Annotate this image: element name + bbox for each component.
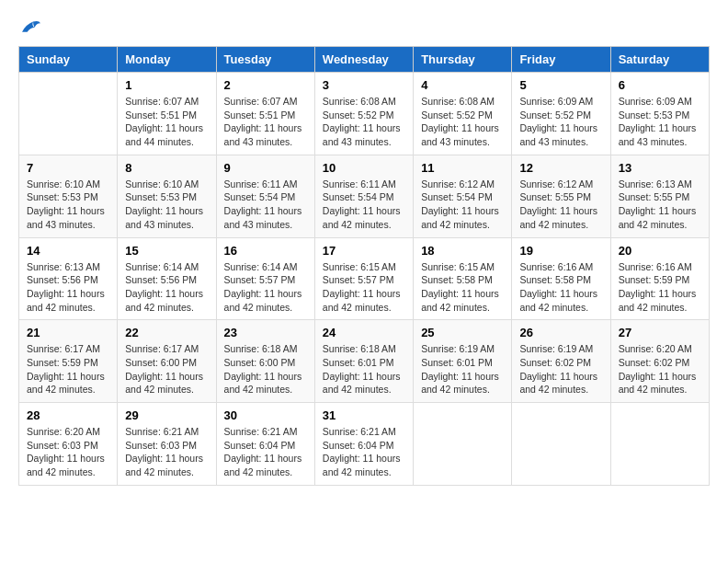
- day-info: Sunrise: 6:07 AM Sunset: 5:51 PM Dayligh…: [125, 95, 208, 149]
- calendar-cell: 22Sunrise: 6:17 AM Sunset: 6:00 PM Dayli…: [118, 320, 216, 403]
- calendar-cell: 4Sunrise: 6:08 AM Sunset: 5:52 PM Daylig…: [414, 73, 512, 155]
- calendar-cell: 14Sunrise: 6:13 AM Sunset: 5:56 PM Dayli…: [19, 237, 118, 320]
- weekday-header: Monday: [118, 47, 216, 73]
- calendar-cell: 13Sunrise: 6:13 AM Sunset: 5:55 PM Dayli…: [610, 155, 709, 237]
- logo: [18, 18, 44, 37]
- weekday-header: Tuesday: [216, 47, 314, 73]
- day-info: Sunrise: 6:18 AM Sunset: 6:01 PM Dayligh…: [323, 342, 405, 396]
- logo-icon: [18, 18, 40, 37]
- day-info: Sunrise: 6:18 AM Sunset: 6:00 PM Dayligh…: [224, 342, 307, 396]
- day-number: 13: [619, 161, 701, 175]
- calendar-cell: [512, 403, 610, 486]
- day-number: 22: [125, 326, 208, 339]
- day-info: Sunrise: 6:12 AM Sunset: 5:54 PM Dayligh…: [421, 178, 504, 232]
- day-number: 29: [125, 408, 208, 422]
- calendar-cell: 7Sunrise: 6:10 AM Sunset: 5:53 PM Daylig…: [19, 155, 118, 237]
- calendar-cell: 19Sunrise: 6:16 AM Sunset: 5:58 PM Dayli…: [512, 237, 610, 320]
- day-number: 28: [27, 408, 109, 422]
- weekday-header: Sunday: [19, 47, 118, 73]
- day-info: Sunrise: 6:19 AM Sunset: 6:01 PM Dayligh…: [421, 342, 504, 396]
- calendar-cell: 16Sunrise: 6:14 AM Sunset: 5:57 PM Dayli…: [216, 237, 314, 320]
- calendar-cell: 29Sunrise: 6:21 AM Sunset: 6:03 PM Dayli…: [118, 403, 216, 486]
- calendar-cell: 23Sunrise: 6:18 AM Sunset: 6:00 PM Dayli…: [216, 320, 314, 403]
- day-number: 7: [27, 161, 109, 175]
- calendar-week-row: 21Sunrise: 6:17 AM Sunset: 5:59 PM Dayli…: [19, 320, 710, 403]
- day-number: 26: [519, 326, 602, 339]
- calendar-cell: 15Sunrise: 6:14 AM Sunset: 5:56 PM Dayli…: [118, 237, 216, 320]
- calendar-week-row: 1Sunrise: 6:07 AM Sunset: 5:51 PM Daylig…: [19, 73, 710, 155]
- day-info: Sunrise: 6:08 AM Sunset: 5:52 PM Dayligh…: [421, 95, 504, 149]
- day-number: 15: [125, 244, 208, 258]
- calendar-cell: 31Sunrise: 6:21 AM Sunset: 6:04 PM Dayli…: [314, 403, 413, 486]
- weekday-header: Friday: [512, 47, 610, 73]
- day-info: Sunrise: 6:16 AM Sunset: 5:59 PM Dayligh…: [619, 260, 701, 315]
- day-info: Sunrise: 6:11 AM Sunset: 5:54 PM Dayligh…: [224, 178, 307, 232]
- calendar-week-row: 7Sunrise: 6:10 AM Sunset: 5:53 PM Daylig…: [19, 155, 710, 237]
- day-number: 1: [125, 78, 208, 92]
- day-number: 6: [619, 78, 701, 92]
- day-number: 10: [323, 161, 405, 175]
- calendar-cell: 5Sunrise: 6:09 AM Sunset: 5:52 PM Daylig…: [512, 73, 610, 155]
- calendar-header-row: SundayMondayTuesdayWednesdayThursdayFrid…: [19, 47, 710, 73]
- day-info: Sunrise: 6:10 AM Sunset: 5:53 PM Dayligh…: [125, 178, 208, 232]
- calendar-cell: 3Sunrise: 6:08 AM Sunset: 5:52 PM Daylig…: [314, 73, 413, 155]
- calendar-cell: 30Sunrise: 6:21 AM Sunset: 6:04 PM Dayli…: [216, 403, 314, 486]
- calendar-cell: 11Sunrise: 6:12 AM Sunset: 5:54 PM Dayli…: [414, 155, 512, 237]
- day-number: 12: [519, 161, 602, 175]
- calendar-cell: 28Sunrise: 6:20 AM Sunset: 6:03 PM Dayli…: [19, 403, 118, 486]
- day-number: 4: [421, 78, 504, 92]
- calendar-cell: 26Sunrise: 6:19 AM Sunset: 6:02 PM Dayli…: [512, 320, 610, 403]
- day-number: 5: [519, 78, 602, 92]
- calendar-cell: [414, 403, 512, 486]
- day-info: Sunrise: 6:09 AM Sunset: 5:53 PM Dayligh…: [619, 95, 701, 149]
- day-number: 2: [224, 78, 307, 92]
- day-info: Sunrise: 6:15 AM Sunset: 5:58 PM Dayligh…: [421, 260, 504, 315]
- day-number: 25: [421, 326, 504, 339]
- day-info: Sunrise: 6:14 AM Sunset: 5:57 PM Dayligh…: [224, 260, 307, 315]
- calendar-cell: 8Sunrise: 6:10 AM Sunset: 5:53 PM Daylig…: [118, 155, 216, 237]
- day-number: 19: [519, 244, 602, 258]
- day-info: Sunrise: 6:10 AM Sunset: 5:53 PM Dayligh…: [27, 178, 109, 232]
- day-number: 31: [323, 408, 405, 422]
- day-info: Sunrise: 6:16 AM Sunset: 5:58 PM Dayligh…: [519, 260, 602, 315]
- day-info: Sunrise: 6:21 AM Sunset: 6:03 PM Dayligh…: [125, 425, 208, 479]
- day-number: 11: [421, 161, 504, 175]
- calendar-week-row: 14Sunrise: 6:13 AM Sunset: 5:56 PM Dayli…: [19, 237, 710, 320]
- weekday-header: Wednesday: [314, 47, 413, 73]
- calendar-cell: [610, 403, 709, 486]
- day-number: 21: [27, 326, 109, 339]
- calendar-cell: 12Sunrise: 6:12 AM Sunset: 5:55 PM Dayli…: [512, 155, 610, 237]
- calendar-week-row: 28Sunrise: 6:20 AM Sunset: 6:03 PM Dayli…: [19, 403, 710, 486]
- calendar-cell: 2Sunrise: 6:07 AM Sunset: 5:51 PM Daylig…: [216, 73, 314, 155]
- calendar-cell: 20Sunrise: 6:16 AM Sunset: 5:59 PM Dayli…: [610, 237, 709, 320]
- day-number: 18: [421, 244, 504, 258]
- day-info: Sunrise: 6:17 AM Sunset: 5:59 PM Dayligh…: [27, 342, 109, 396]
- calendar-cell: 6Sunrise: 6:09 AM Sunset: 5:53 PM Daylig…: [610, 73, 709, 155]
- day-info: Sunrise: 6:11 AM Sunset: 5:54 PM Dayligh…: [323, 178, 405, 232]
- day-info: Sunrise: 6:14 AM Sunset: 5:56 PM Dayligh…: [125, 260, 208, 315]
- calendar-cell: 10Sunrise: 6:11 AM Sunset: 5:54 PM Dayli…: [314, 155, 413, 237]
- day-info: Sunrise: 6:19 AM Sunset: 6:02 PM Dayligh…: [519, 342, 602, 396]
- day-info: Sunrise: 6:09 AM Sunset: 5:52 PM Dayligh…: [519, 95, 602, 149]
- day-info: Sunrise: 6:20 AM Sunset: 6:03 PM Dayligh…: [27, 425, 109, 479]
- day-number: 27: [619, 326, 701, 339]
- calendar-cell: 25Sunrise: 6:19 AM Sunset: 6:01 PM Dayli…: [414, 320, 512, 403]
- day-number: 16: [224, 244, 307, 258]
- weekday-header: Saturday: [610, 47, 709, 73]
- day-info: Sunrise: 6:12 AM Sunset: 5:55 PM Dayligh…: [519, 178, 602, 232]
- day-number: 17: [323, 244, 405, 258]
- calendar-cell: [19, 73, 118, 155]
- calendar-cell: 9Sunrise: 6:11 AM Sunset: 5:54 PM Daylig…: [216, 155, 314, 237]
- day-info: Sunrise: 6:21 AM Sunset: 6:04 PM Dayligh…: [224, 425, 307, 479]
- calendar-table: SundayMondayTuesdayWednesdayThursdayFrid…: [18, 46, 710, 486]
- day-number: 3: [323, 78, 405, 92]
- calendar-cell: 17Sunrise: 6:15 AM Sunset: 5:57 PM Dayli…: [314, 237, 413, 320]
- day-info: Sunrise: 6:21 AM Sunset: 6:04 PM Dayligh…: [323, 425, 405, 479]
- day-info: Sunrise: 6:20 AM Sunset: 6:02 PM Dayligh…: [619, 342, 701, 396]
- day-info: Sunrise: 6:08 AM Sunset: 5:52 PM Dayligh…: [323, 95, 405, 149]
- day-info: Sunrise: 6:13 AM Sunset: 5:55 PM Dayligh…: [619, 178, 701, 232]
- day-number: 9: [224, 161, 307, 175]
- day-info: Sunrise: 6:13 AM Sunset: 5:56 PM Dayligh…: [27, 260, 109, 315]
- day-info: Sunrise: 6:15 AM Sunset: 5:57 PM Dayligh…: [323, 260, 405, 315]
- page-header: [18, 18, 710, 37]
